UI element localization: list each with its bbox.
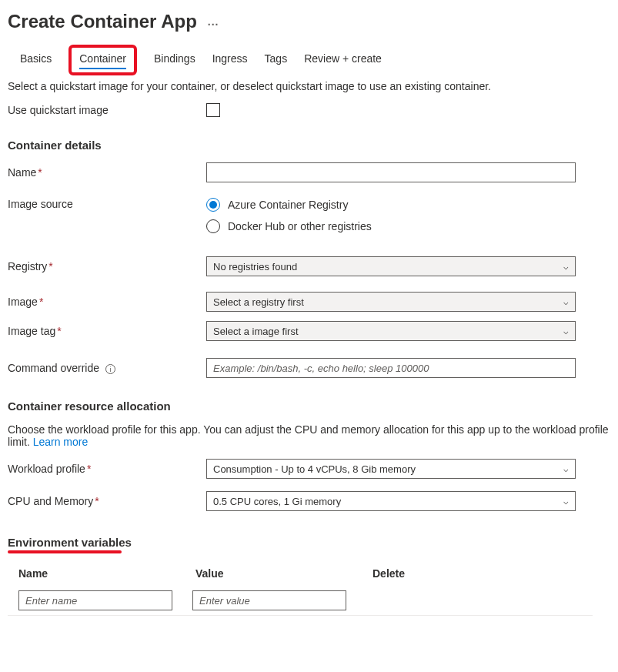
env-col-delete: Delete bbox=[372, 567, 449, 580]
cpu-select[interactable]: 0.5 CPU cores, 1 Gi memory ⌵ bbox=[206, 491, 576, 511]
name-row: Name* bbox=[8, 162, 610, 182]
radio-acr-label: Azure Container Registry bbox=[228, 199, 348, 211]
cpu-label-text: CPU and Memory bbox=[8, 495, 93, 507]
workload-label-text: Workload profile bbox=[8, 463, 85, 475]
resource-helper-text: Choose the workload profile for this app… bbox=[8, 423, 609, 448]
env-table: Name Value Delete bbox=[8, 567, 593, 616]
cmd-label: Command override i bbox=[8, 362, 206, 375]
tab-container[interactable]: Container bbox=[79, 52, 126, 69]
tab-bindings[interactable]: Bindings bbox=[154, 52, 195, 69]
section-container-details: Container details bbox=[8, 139, 610, 152]
image-select[interactable]: Select a registry first ⌵ bbox=[206, 292, 576, 312]
required-mark: * bbox=[87, 463, 91, 475]
image-label: Image* bbox=[8, 296, 206, 308]
page-title-row: Create Container App ... bbox=[8, 11, 610, 32]
cmd-input[interactable] bbox=[206, 358, 576, 378]
radio-acr[interactable] bbox=[206, 198, 220, 212]
tab-ingress[interactable]: Ingress bbox=[212, 52, 248, 69]
chevron-down-icon: ⌵ bbox=[563, 326, 569, 336]
more-icon[interactable]: ... bbox=[208, 15, 219, 28]
section-env-vars: Environment variables bbox=[8, 536, 610, 549]
cpu-row: CPU and Memory* 0.5 CPU cores, 1 Gi memo… bbox=[8, 491, 610, 511]
quickstart-checkbox[interactable] bbox=[206, 103, 220, 117]
image-tag-label: Image tag* bbox=[8, 325, 206, 337]
info-icon[interactable]: i bbox=[105, 364, 115, 374]
registry-label-text: Registry bbox=[8, 260, 47, 272]
image-tag-select[interactable]: Select a image first ⌵ bbox=[206, 321, 576, 341]
image-source-row: Image source Azure Container Registry Do… bbox=[8, 198, 610, 241]
image-tag-row: Image tag* Select a image first ⌵ bbox=[8, 321, 610, 341]
chevron-down-icon: ⌵ bbox=[563, 496, 569, 507]
cpu-value: 0.5 CPU cores, 1 Gi memory bbox=[213, 496, 341, 507]
radio-docker-label: Docker Hub or other registries bbox=[228, 220, 372, 232]
workload-row: Workload profile* Consumption - Up to 4 … bbox=[8, 459, 610, 479]
page-title: Create Container App bbox=[8, 11, 197, 32]
learn-more-link[interactable]: Learn more bbox=[33, 436, 89, 448]
image-value: Select a registry first bbox=[213, 296, 304, 308]
env-col-value: Value bbox=[195, 567, 372, 580]
env-value-input[interactable] bbox=[192, 590, 346, 610]
tab-review-create[interactable]: Review + create bbox=[304, 52, 382, 69]
workload-label: Workload profile* bbox=[8, 463, 206, 475]
env-table-head: Name Value Delete bbox=[8, 567, 593, 586]
quickstart-label: Use quickstart image bbox=[8, 104, 206, 116]
image-source-label: Image source bbox=[8, 198, 206, 210]
chevron-down-icon: ⌵ bbox=[563, 262, 569, 272]
chevron-down-icon: ⌵ bbox=[563, 297, 569, 307]
registry-select[interactable]: No registries found ⌵ bbox=[206, 256, 576, 276]
cpu-label: CPU and Memory* bbox=[8, 495, 206, 507]
name-input[interactable] bbox=[206, 162, 576, 182]
env-underline-annotation bbox=[8, 550, 122, 553]
tab-basics[interactable]: Basics bbox=[20, 52, 52, 69]
chevron-down-icon: ⌵ bbox=[563, 464, 569, 474]
tab-container-highlight: Container bbox=[68, 45, 137, 75]
image-label-text: Image bbox=[8, 296, 38, 308]
intro-text: Select a quickstart image for your conta… bbox=[8, 80, 610, 92]
image-row: Image* Select a registry first ⌵ bbox=[8, 292, 610, 312]
required-mark: * bbox=[38, 166, 42, 179]
env-name-input[interactable] bbox=[18, 590, 172, 610]
radio-acr-row[interactable]: Azure Container Registry bbox=[206, 198, 576, 212]
required-mark: * bbox=[95, 495, 99, 507]
required-mark: * bbox=[48, 260, 52, 272]
required-mark: * bbox=[57, 325, 61, 337]
cmd-label-text: Command override bbox=[8, 362, 99, 374]
tab-tags[interactable]: Tags bbox=[265, 52, 288, 69]
image-tag-value: Select a image first bbox=[213, 326, 299, 337]
image-tag-label-text: Image tag bbox=[8, 325, 55, 337]
env-row bbox=[8, 586, 593, 616]
resource-helper: Choose the workload profile for this app… bbox=[8, 423, 610, 448]
name-label: Name* bbox=[8, 166, 206, 179]
quickstart-row: Use quickstart image bbox=[8, 103, 610, 117]
required-mark: * bbox=[39, 296, 43, 308]
cmd-row: Command override i bbox=[8, 358, 610, 378]
workload-select[interactable]: Consumption - Up to 4 vCPUs, 8 Gib memor… bbox=[206, 459, 576, 479]
registry-label: Registry* bbox=[8, 260, 206, 272]
registry-row: Registry* No registries found ⌵ bbox=[8, 256, 610, 276]
workload-value: Consumption - Up to 4 vCPUs, 8 Gib memor… bbox=[213, 463, 416, 475]
tabs-nav: Basics Container Bindings Ingress Tags R… bbox=[8, 52, 610, 69]
env-col-name: Name bbox=[18, 567, 195, 580]
registry-value: No registries found bbox=[213, 261, 297, 272]
radio-docker-row[interactable]: Docker Hub or other registries bbox=[206, 219, 576, 233]
radio-docker[interactable] bbox=[206, 219, 220, 233]
section-resource-allocation: Container resource allocation bbox=[8, 400, 610, 413]
name-label-text: Name bbox=[8, 166, 36, 179]
